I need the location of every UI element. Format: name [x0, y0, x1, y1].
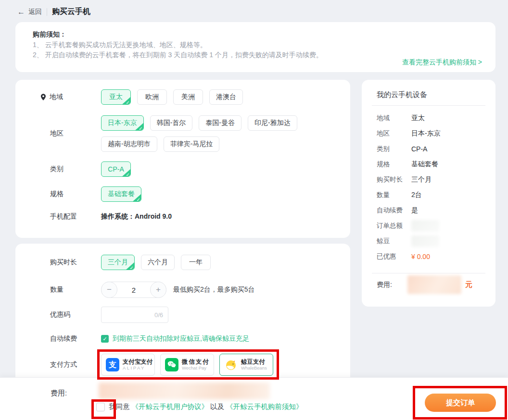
payment-option-wechat[interactable]: 微信支付 Wechat Pay [160, 354, 214, 376]
region-option[interactable]: 亚太 [101, 89, 131, 105]
location-pin-icon [39, 93, 47, 101]
page-header: ← 返回 购买云手机 [17, 7, 90, 17]
phone-config-value: 操作系统：Android 9.0 [101, 212, 172, 221]
category-option[interactable]: CP-A [101, 161, 131, 177]
summary-row: 地域亚太 [377, 113, 481, 123]
payment-name: 微信支付 [182, 358, 210, 365]
purchase-notice-card: 购前须知： 1、 云手机套餐购买成功后无法更换地域、地区、规格等。 2、 开启自… [15, 22, 495, 72]
whalebeans-icon [224, 358, 238, 371]
area-options: 日本-东京 韩国-首尔 泰国-曼谷 印尼-雅加达 越南-胡志明市 菲律宾-马尼拉 [101, 115, 303, 152]
alipay-icon: 支 [106, 358, 119, 371]
summary-fee-divider [372, 273, 485, 273]
payment-subname: Wechat Pay [182, 366, 210, 371]
summary-row: 鲸豆 [377, 236, 481, 246]
notice-item: 1、 云手机套餐购买成功后无法更换地域、地区、规格等。 [33, 40, 482, 50]
area-option[interactable]: 越南-胡志明市 [101, 136, 157, 152]
summary-row: 数量2台 [377, 190, 481, 200]
page-title: 购买云手机 [52, 7, 90, 17]
summary-fee-row: 费用: 元 [377, 275, 485, 294]
quantity-value[interactable]: 2 [117, 282, 151, 297]
summary-row: 规格基础套餐 [377, 160, 481, 169]
quantity-stepper: − 2 + [101, 282, 166, 298]
phone-config-label: 手机配置 [31, 212, 101, 221]
region-label: 地域 [50, 93, 63, 101]
payment-name: 鲸豆支付 [241, 358, 267, 365]
spec-option[interactable]: 基础套餐 [101, 186, 141, 202]
area-option[interactable]: 菲律宾-马尼拉 [164, 136, 220, 152]
summary-row: 自动续费是 [377, 206, 481, 215]
coupon-input[interactable]: 0/6 [101, 307, 168, 323]
checkout-bar: 费用: 我同意 《开鲸云手机用户协议》 以及 《开鲸云手机购前须知》 提交订单 [0, 377, 508, 420]
auto-renew-label: 自动续费 [31, 334, 101, 343]
quantity-plus-button[interactable]: + [150, 282, 166, 298]
summary-row: 地区日本-东京 [377, 129, 481, 138]
masked-fee-amount [407, 275, 461, 294]
duration-option[interactable]: 三个月 [101, 255, 135, 270]
full-notice-link[interactable]: 查看完整云手机购前须知 > [402, 58, 482, 67]
duration-label: 购买时长 [31, 258, 101, 267]
area-option[interactable]: 泰国-曼谷 [199, 115, 241, 131]
purchase-notice-link[interactable]: 《开鲸云手机购前须知》 [226, 402, 303, 411]
notice-title: 购前须知： [33, 29, 482, 39]
wechat-icon [165, 358, 178, 371]
header-divider [47, 8, 47, 16]
payment-label: 支付方式 [31, 360, 101, 369]
area-option[interactable]: 韩国-首尔 [150, 115, 193, 131]
area-option[interactable]: 日本-东京 [101, 115, 144, 131]
region-label-cell: 地域 [31, 93, 101, 101]
summary-row: 类别CP-A [377, 144, 481, 154]
duration-option[interactable]: 六个月 [141, 255, 175, 270]
quantity-label: 数量 [31, 285, 101, 294]
payment-subname: ALIPAY [123, 366, 153, 371]
summary-row: 订单总额 [377, 221, 481, 231]
agree-mid: 以及 [210, 402, 224, 411]
quantity-hint: 最低购买2台，最多购买5台 [173, 285, 255, 294]
area-label: 地区 [31, 129, 101, 138]
spec-label: 规格 [31, 190, 101, 198]
agreement-row: 我同意 《开鲸云手机用户协议》 以及 《开鲸云手机购前须知》 [96, 402, 303, 411]
footer-fee-label: 费用: [51, 389, 67, 398]
back-button[interactable]: ← 返回 [17, 8, 42, 16]
masked-footer-fee [99, 383, 270, 399]
user-agreement-link[interactable]: 《开鲸云手机用户协议》 [132, 402, 209, 411]
region-options: 亚太 欧洲 美洲 港澳台 [101, 89, 243, 105]
payment-subname: WhaleBeans [241, 366, 267, 371]
agreement-checkbox[interactable] [96, 403, 105, 411]
order-options-card: 购买时长 三个月 六个月 一年 数量 − 2 + 最低购买2台，最多购买5台 优… [15, 244, 350, 388]
region-option[interactable]: 欧洲 [137, 89, 167, 105]
area-option[interactable]: 印尼-雅加达 [248, 115, 297, 131]
payment-methods: 支 支付宝支付 ALIPAY 微信支付 Wechat Pay [101, 354, 273, 376]
quantity-minus-button[interactable]: − [101, 282, 117, 298]
back-arrow-icon: ← [17, 8, 25, 16]
summary-fee-label: 费用: [377, 281, 407, 289]
summary-row: 购买时长三个月 [377, 175, 481, 185]
summary-row: 已优惠¥ 0.00 [377, 252, 481, 261]
auto-renew-text: 到期前三天自动扣除对应鲸豆,请确保鲸豆充足 [113, 334, 249, 343]
summary-fee-unit: 元 [465, 280, 472, 289]
summary-title: 我的云手机设备 [362, 80, 495, 99]
payment-option-whalebeans[interactable]: 鲸豆支付 WhaleBeans [219, 354, 273, 376]
payment-name: 支付宝支付 [123, 358, 153, 365]
duration-option[interactable]: 一年 [181, 255, 211, 270]
category-label: 类别 [31, 165, 101, 173]
agree-prefix: 我同意 [109, 402, 130, 411]
submit-order-button[interactable]: 提交订单 [425, 394, 496, 412]
device-config-card: 地域 亚太 欧洲 美洲 港澳台 地区 日本-东京 韩国-首尔 泰国-曼谷 印尼-… [15, 80, 350, 238]
auto-renew-checkbox[interactable]: ✓ [101, 335, 109, 343]
back-label: 返回 [28, 8, 42, 16]
region-option[interactable]: 美洲 [173, 89, 203, 105]
coupon-label: 优惠码 [31, 310, 101, 319]
coupon-counter: 0/6 [154, 311, 163, 319]
masked-whalebeans [411, 235, 439, 247]
payment-option-alipay[interactable]: 支 支付宝支付 ALIPAY [101, 354, 155, 376]
region-option[interactable]: 港澳台 [209, 89, 243, 105]
masked-order-total [411, 220, 439, 232]
order-summary-card: 我的云手机设备 地域亚太 地区日本-东京 类别CP-A 规格基础套餐 购买时长三… [362, 80, 495, 307]
